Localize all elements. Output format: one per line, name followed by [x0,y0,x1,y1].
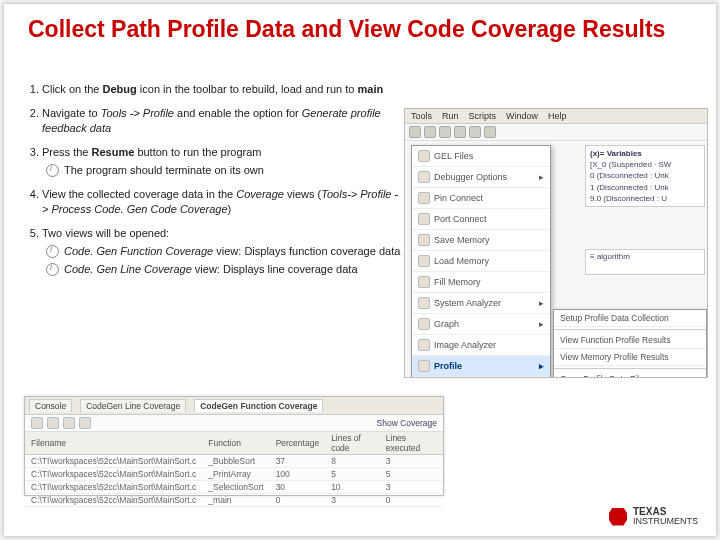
dropdown-item[interactable]: GEL Files [412,146,550,167]
variables-line: 0 (Disconnected : Unk [590,170,700,181]
menu-item[interactable]: Run [442,111,459,121]
toolbar-icon [79,417,91,429]
table-row: C:\TI\workspaces\52cc\MainSort\MainSort.… [25,455,443,468]
toolbar-icon [424,126,436,138]
step-item: Click on the Debug icon in the toolbar t… [42,82,402,96]
dropdown-item[interactable]: Image Analyzer [412,335,550,356]
show-coverage-label: Show Coverage [377,418,437,428]
menu-icon [418,192,430,204]
table-cell: 5 [325,468,380,481]
variables-line: [X_0 (Suspended · SW [590,159,700,170]
table-header: Function [202,432,269,455]
dropdown-item[interactable]: Load Memory [412,251,550,272]
logo-text-2: INSTRUMENTS [633,517,698,526]
dropdown-item[interactable]: Debugger Options ▸ [412,167,550,188]
table-row: C:\TI\workspaces\52cc\MainSort\MainSort.… [25,494,443,507]
menu-icon [418,297,430,309]
table-cell: C:\TI\workspaces\52cc\MainSort\MainSort.… [25,481,202,494]
menu-item[interactable]: Scripts [469,111,497,121]
instruction-steps: Click on the Debug icon in the toolbar t… [22,82,402,286]
table-cell: _SelectionSort [202,481,269,494]
table-header: Lines of code [325,432,380,455]
table-cell: C:\TI\workspaces\52cc\MainSort\MainSort.… [25,468,202,481]
console-tab[interactable]: Console [29,399,72,412]
coverage-console: ConsoleCodeGen Line CoverageCodeGen Func… [24,396,444,496]
table-cell: 8 [325,455,380,468]
submenu-item[interactable]: View Memory Profile Results [554,349,706,366]
menu-icon [418,255,430,267]
table-row: C:\TI\workspaces\52cc\MainSort\MainSort.… [25,481,443,494]
menu-icon [418,318,430,330]
table-cell: C:\TI\workspaces\52cc\MainSort\MainSort.… [25,494,202,507]
dropdown-item[interactable]: Port Connect [412,209,550,230]
table-cell: _BubbleSort [202,455,269,468]
menu-icon [418,171,430,183]
dropdown-item[interactable]: Pin Connect [412,188,550,209]
table-header: Percentage [270,432,325,455]
ide-screenshot: MainSort.c · Code Composer Studio ToolsR… [404,108,708,378]
table-cell: 0 [380,494,443,507]
table-cell: _PrintArray [202,468,269,481]
coverage-table: FilenameFunctionPercentageLines of codeL… [25,432,443,507]
table-cell: 30 [270,481,325,494]
step-item: View the collected coverage data in the … [42,187,402,216]
table-cell: 10 [325,481,380,494]
dropdown-item[interactable]: RTOS View (ROV) [412,377,550,378]
console-tab[interactable]: CodeGen Function Coverage [194,399,323,412]
ide-menubar: ToolsRunScriptsWindowHelp [405,109,707,124]
toolbar-icon [63,417,75,429]
dropdown-item[interactable]: Profile ▸ [412,356,550,377]
menu-icon [418,339,430,351]
step-subitem: Code. Gen Function Coverage view: Displa… [46,244,402,258]
variables-line: 9.0 (Disconnected : U [590,193,700,204]
variables-line: 1 (Disconnected : Unk [590,182,700,193]
algorithm-panel: ≡ algorithm [585,249,705,275]
menu-icon [418,150,430,162]
console-tab[interactable]: CodeGen Line Coverage [80,399,186,412]
table-header: Filename [25,432,202,455]
console-tabs: ConsoleCodeGen Line CoverageCodeGen Func… [25,397,443,415]
menu-icon [418,213,430,225]
menu-item[interactable]: Help [548,111,567,121]
profile-submenu: Setup Profile Data CollectionView Functi… [553,309,707,378]
submenu-item[interactable]: View Function Profile Results [554,332,706,349]
submenu-item[interactable]: Open Profile Data File... [554,371,706,378]
toolbar-icon [47,417,59,429]
table-cell: 3 [380,455,443,468]
toolbar-icon [439,126,451,138]
toolbar-icon [454,126,466,138]
submenu-item[interactable]: Setup Profile Data Collection [554,310,706,327]
dropdown-item[interactable]: Graph ▸ [412,314,550,335]
menu-item[interactable]: Tools [411,111,432,121]
toolbar-icon [409,126,421,138]
toolbar-icon [31,417,43,429]
table-cell: 37 [270,455,325,468]
menu-item[interactable]: Window [506,111,538,121]
ti-logo-icon [609,508,627,526]
ide-toolbar [405,124,707,141]
menu-icon [418,234,430,246]
menu-icon [418,276,430,288]
table-cell: 100 [270,468,325,481]
table-cell: _main [202,494,269,507]
dropdown-item[interactable]: System Analyzer ▸ [412,293,550,314]
menu-icon [418,360,430,372]
step-item: Navigate to Tools -> Profile and enable … [42,106,402,135]
table-cell: 3 [380,481,443,494]
step-item: Two views will be opened:Code. Gen Funct… [42,226,402,276]
tools-menu-dropdown: GEL FilesDebugger Options ▸Pin ConnectPo… [411,145,551,378]
table-cell: C:\TI\workspaces\52cc\MainSort\MainSort.… [25,455,202,468]
table-cell: 5 [380,468,443,481]
toolbar-icon [484,126,496,138]
toolbar-icon [469,126,481,138]
dropdown-item[interactable]: Fill Memory [412,272,550,293]
table-cell: 3 [325,494,380,507]
variables-panel: (x)= Variables [X_0 (Suspended · SW0 (Di… [585,145,705,207]
dropdown-item[interactable]: Save Memory [412,230,550,251]
table-cell: 0 [270,494,325,507]
table-row: C:\TI\workspaces\52cc\MainSort\MainSort.… [25,468,443,481]
step-subitem: The program should terminate on its own [46,163,402,177]
table-header: Lines executed [380,432,443,455]
step-subitem: Code. Gen Line Coverage view: Displays l… [46,262,402,276]
slide-title: Collect Path Profile Data and View Code … [4,4,716,48]
